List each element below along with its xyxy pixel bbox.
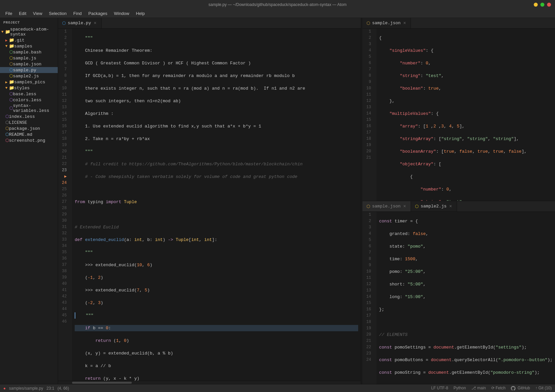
license-file-icon: ⬡ bbox=[5, 120, 9, 125]
statusbar-language[interactable]: Python bbox=[453, 386, 466, 390]
sidebar-label-base-less: base.less bbox=[13, 92, 36, 97]
sidebar-label-index-less: index.less bbox=[9, 114, 35, 119]
tab-js2-label: sample2.js bbox=[421, 204, 446, 209]
left-hscroll[interactable] bbox=[58, 381, 361, 384]
statusbar-github[interactable]: GitHub bbox=[511, 386, 530, 391]
js2-file-icon: ⬡ bbox=[9, 73, 13, 79]
tab-json-icon-top: ⬡ bbox=[366, 21, 370, 26]
sidebar-item-git[interactable]: ▶ 📁 .git bbox=[0, 37, 58, 43]
less2-file-icon: ⬡ bbox=[9, 97, 13, 103]
tab-js2-close[interactable]: × bbox=[448, 204, 452, 209]
sidebar-item-samples-pics[interactable]: ▶ 📁 samples_pics bbox=[0, 79, 58, 85]
github-label: GitHub bbox=[517, 386, 530, 390]
menu-window[interactable]: Window bbox=[111, 10, 132, 17]
sidebar-item-root[interactable]: ▼ 📁 spaceduck-atom-syntax bbox=[0, 27, 58, 37]
styles-folder-icon: 📁 bbox=[9, 85, 14, 91]
sidebar-label-git: .git bbox=[14, 38, 25, 43]
sidebar-item-colors-less[interactable]: ⬡ colors.less bbox=[0, 97, 58, 103]
index-less-icon: ⬡ bbox=[5, 114, 9, 119]
json-file-icon: ⬡ bbox=[9, 61, 13, 67]
sidebar-item-sample-py[interactable]: ⬡ sample.py bbox=[0, 67, 58, 73]
folder-icon: 📁 bbox=[5, 29, 10, 35]
tab-sample2-js[interactable]: ⬡ sample2.js × bbox=[411, 201, 457, 211]
sidebar-item-sample-js[interactable]: ⬡ sample.js bbox=[0, 55, 58, 61]
tab-json-close-top[interactable]: × bbox=[403, 21, 407, 26]
left-hscroll-thumb[interactable] bbox=[72, 382, 132, 384]
readme-icon: ⬡ bbox=[5, 132, 9, 137]
sidebar-item-screenshot[interactable]: ⬡ screenshot.png bbox=[0, 137, 58, 143]
sidebar-label-js: sample.js bbox=[13, 56, 36, 61]
statusbar-fetch[interactable]: ⟳ Fetch bbox=[491, 386, 506, 390]
right-top-code-content: 12345 678910 1112131415 1617181920 21 { … bbox=[362, 29, 555, 201]
sidebar-header: Project bbox=[0, 18, 58, 27]
right-top-line-numbers: 12345 678910 1112131415 1617181920 21 bbox=[362, 29, 376, 201]
tab-js2-icon: ⬡ bbox=[415, 204, 419, 209]
close-button[interactable] bbox=[547, 3, 551, 7]
left-editor-scroll[interactable]: 12345 678910 1112131415 1617181920 21222… bbox=[58, 29, 361, 381]
statusbar-selection: (4, 66) bbox=[57, 386, 69, 391]
right-split: ⬡ sample.json × 12345 678910 bbox=[362, 18, 555, 384]
right-top-code-lines[interactable]: { "singleValues": { "number": 0, "string… bbox=[376, 29, 555, 201]
sidebar-item-sample-bash[interactable]: ⬡ sample.bash bbox=[0, 49, 58, 55]
tab-sample-json-bottom[interactable]: ⬡ sample.json × bbox=[362, 201, 411, 211]
statusbar-right: LF UTF-8 Python ⎇ main ⟳ Fetch GitHub ↑ … bbox=[431, 386, 552, 391]
left-code-content: 12345 678910 1112131415 1617181920 21222… bbox=[58, 29, 361, 381]
right-editor-pane: ⬡ sample.json × 12345 678910 bbox=[362, 18, 555, 384]
tab-py-close[interactable]: × bbox=[93, 21, 97, 26]
statusbar-cursor: 23:1 bbox=[46, 386, 54, 391]
sidebar-label-pics: samples_pics bbox=[14, 80, 45, 85]
sidebar-item-sample2-js[interactable]: ⬡ sample2.js bbox=[0, 73, 58, 79]
sidebar-tree[interactable]: ▼ 📁 spaceduck-atom-syntax ▶ 📁 .git ▼ 📁 s… bbox=[0, 27, 58, 384]
right-top-scroll[interactable]: 12345 678910 1112131415 1617181920 21 { … bbox=[362, 29, 555, 201]
statusbar: ● samples/sample.py 23:1 (4, 66) LF UTF-… bbox=[0, 384, 555, 392]
menu-selection[interactable]: Selection bbox=[46, 10, 69, 17]
right-bottom-line-numbers: 12345 678910 1112131415 1617181920 21222… bbox=[362, 212, 376, 384]
maximize-button[interactable] bbox=[540, 3, 544, 7]
folder-expand-icon2: ▼ bbox=[5, 44, 8, 48]
png-icon: ⬡ bbox=[5, 138, 9, 143]
sidebar-item-license[interactable]: ⬡ LICENSE bbox=[0, 119, 58, 125]
sidebar-item-syntax-vars[interactable]: ⬡ syntax-variables.less bbox=[0, 103, 58, 114]
right-top-tab-bar: ⬡ sample.json × bbox=[362, 18, 555, 29]
menu-packages[interactable]: Packages bbox=[86, 10, 110, 17]
right-bottom-scroll[interactable]: 12345 678910 1112131415 1617181920 21222… bbox=[362, 212, 555, 384]
tab-json-icon-bottom: ⬡ bbox=[366, 204, 370, 209]
sidebar-label-samples: samples bbox=[14, 44, 33, 49]
left-code-lines[interactable]: """ Chinese Remainder Theorem: GCD ( Gre… bbox=[72, 29, 361, 381]
sidebar-item-sample-json[interactable]: ⬡ sample.json bbox=[0, 61, 58, 67]
sidebar-label-js2: sample2.js bbox=[13, 74, 39, 79]
sidebar-label-screenshot: screenshot.png bbox=[9, 138, 45, 143]
statusbar-git-status[interactable]: ↑ Git (10) bbox=[535, 386, 552, 390]
samples-folder-icon: 📁 bbox=[9, 43, 14, 49]
tab-sample-py[interactable]: ⬡ sample.py × bbox=[58, 18, 102, 28]
sidebar-item-index-less[interactable]: ⬡ index.less bbox=[0, 114, 58, 119]
minimize-button[interactable] bbox=[534, 3, 538, 7]
menu-help[interactable]: Help bbox=[133, 10, 147, 17]
folder-expand-icon: ▼ bbox=[1, 30, 4, 34]
menu-file[interactable]: File bbox=[3, 10, 15, 17]
sidebar-item-samples[interactable]: ▼ 📁 samples bbox=[0, 43, 58, 49]
tab-json-close-bottom[interactable]: × bbox=[403, 204, 407, 209]
statusbar-branch[interactable]: ⎇ main bbox=[471, 386, 486, 390]
right-top-pane: ⬡ sample.json × 12345 678910 bbox=[362, 18, 555, 201]
bash-file-icon: ⬡ bbox=[9, 49, 13, 55]
sidebar-item-label: spaceduck-atom-syntax bbox=[10, 27, 58, 37]
right-bottom-code-lines[interactable]: const timer = { granted: false, state: "… bbox=[376, 212, 555, 384]
py-file-icon: ⬡ bbox=[9, 67, 13, 73]
menu-view[interactable]: View bbox=[30, 10, 45, 17]
sidebar-item-readme[interactable]: ⬡ README.md bbox=[0, 131, 58, 137]
less3-file-icon: ⬡ bbox=[9, 106, 13, 111]
tab-sample-json-top[interactable]: ⬡ sample.json × bbox=[362, 18, 411, 28]
sidebar-item-base-less[interactable]: ⬡ base.less bbox=[0, 91, 58, 97]
right-bottom-pane: ⬡ sample.json × ⬡ sample2.js × bbox=[362, 201, 555, 384]
less-file-icon: ⬡ bbox=[9, 91, 13, 97]
tab-py-icon: ⬡ bbox=[62, 21, 66, 26]
folder-collapsed-icon2: ▶ bbox=[5, 80, 8, 84]
menu-find[interactable]: Find bbox=[71, 10, 84, 17]
editor-split: ⬡ sample.py × 12345 678910 1112131415 16… bbox=[58, 18, 555, 384]
sidebar-item-styles[interactable]: ▼ 📁 styles bbox=[0, 85, 58, 91]
menu-edit[interactable]: Edit bbox=[16, 10, 29, 17]
sidebar-item-package-json[interactable]: ⬡ package.json bbox=[0, 125, 58, 131]
statusbar-filepath: samples/sample.py bbox=[9, 386, 43, 391]
tab-py-label: sample.py bbox=[68, 21, 91, 26]
